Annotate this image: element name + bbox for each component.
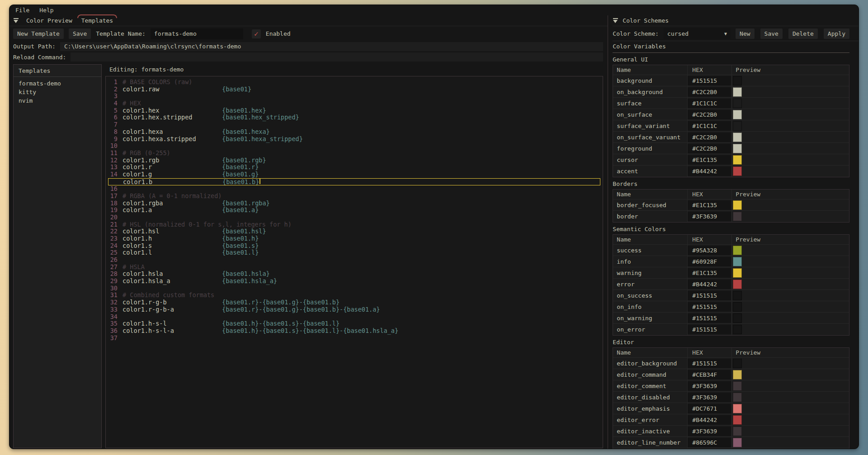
apply-scheme-button[interactable]: Apply (824, 28, 849, 39)
code-line[interactable]: 18color1.rgba{base01.rgba} (106, 200, 603, 207)
hex-input[interactable]: #1C1C1C (688, 121, 731, 131)
code-line[interactable]: 21# HSL (normalized 0-1 for s,l, integer… (106, 221, 603, 228)
code-line[interactable]: 7 (106, 121, 603, 128)
code-line[interactable]: 10 (106, 142, 603, 150)
code-line[interactable]: 35color1.h-s-l{base01.h}-{base01.s}-{bas… (106, 320, 603, 327)
tab-color-preview[interactable]: Color Preview (25, 16, 73, 25)
hex-input[interactable]: #151515 (688, 359, 731, 368)
code-line[interactable]: 13color1.r{base01.r} (106, 164, 603, 171)
color-swatch[interactable] (733, 144, 742, 153)
code-line[interactable]: 36color1.h-s-l-a{base01.h}-{base01.s}-{b… (106, 327, 603, 335)
reload-command-input[interactable] (71, 52, 603, 62)
color-swatch[interactable] (733, 415, 742, 425)
code-line[interactable]: 11# RGB (0-255) (106, 150, 603, 157)
color-swatch[interactable] (733, 257, 742, 266)
tab-templates[interactable]: Templates (80, 16, 114, 25)
color-swatch[interactable] (733, 212, 742, 221)
color-swatch[interactable] (733, 404, 742, 413)
code-line[interactable]: 27# HSLA (106, 264, 603, 271)
sidebar-item-kitty[interactable]: kitty (14, 88, 101, 96)
hex-input[interactable]: #95A328 (688, 246, 731, 255)
color-swatch[interactable] (733, 133, 742, 142)
hex-input[interactable]: #DC7671 (688, 404, 731, 413)
hex-input[interactable]: #E1C135 (688, 200, 731, 210)
code-line[interactable]: 26 (106, 256, 603, 264)
hex-input[interactable]: #60928F (688, 257, 731, 266)
template-editor[interactable]: 1# BASE COLORS (raw)2color1.raw{base01}3… (105, 76, 603, 448)
code-line[interactable]: 12color1.rgb{base01.rgb} (106, 157, 603, 164)
color-scheme-select[interactable]: cursed ▼ (664, 28, 731, 39)
color-swatch[interactable] (733, 200, 742, 210)
code-line[interactable]: 30 (106, 285, 603, 292)
code-line[interactable]: 4# HEX (106, 100, 603, 107)
hex-input[interactable]: #E1C135 (688, 268, 731, 278)
code-line[interactable]: 8color1.hexa{base01.hexa} (106, 128, 603, 136)
sidebar-item-nvim[interactable]: nvim (14, 96, 101, 105)
hex-input[interactable]: #151515 (688, 325, 731, 334)
sidebar-item-formats-demo[interactable]: formats-demo (14, 79, 101, 88)
hex-input[interactable]: #C2C2B0 (688, 144, 731, 153)
new-template-button[interactable]: New Template (13, 28, 64, 39)
menu-item-file[interactable]: File (15, 7, 29, 14)
code-line[interactable]: 14color1.g{base01.g} (106, 171, 603, 178)
hex-input[interactable]: #151515 (688, 291, 731, 300)
color-swatch[interactable] (733, 370, 742, 379)
color-swatch[interactable] (733, 438, 742, 447)
color-swatch[interactable] (733, 325, 742, 334)
color-swatch[interactable] (733, 381, 742, 391)
color-swatch[interactable] (733, 166, 742, 176)
hex-input[interactable]: #1C1C1C (688, 99, 731, 108)
code-line[interactable]: 28color1.hsla{base01.hsla} (106, 270, 603, 278)
hex-input[interactable]: #151515 (688, 313, 731, 323)
color-swatch[interactable] (733, 268, 742, 278)
code-line[interactable]: color1.b{base01.b} (108, 178, 600, 186)
hex-input[interactable]: #C2C2B0 (688, 87, 731, 97)
color-swatch[interactable] (733, 121, 742, 131)
code-line[interactable]: 32color1.r-g-b{base01.r}-{base01.g}-{bas… (106, 299, 603, 306)
save-scheme-button[interactable]: Save (760, 28, 783, 39)
hex-input[interactable]: #3F3639 (688, 393, 731, 402)
hex-input[interactable]: #86596C (688, 438, 731, 447)
collapse-panel-icon[interactable] (613, 18, 618, 23)
template-name-input[interactable]: formats-demo (151, 28, 243, 39)
hex-input[interactable]: #151515 (688, 302, 731, 312)
hex-input[interactable]: #C2C2B0 (688, 110, 731, 119)
color-swatch[interactable] (733, 280, 742, 289)
hex-input[interactable]: #B44242 (688, 415, 731, 425)
color-swatch[interactable] (733, 393, 742, 402)
hex-input[interactable]: #151515 (688, 76, 731, 85)
hex-input[interactable]: #B44242 (688, 280, 731, 289)
code-line[interactable]: 20 (106, 214, 603, 221)
code-line[interactable]: 6color1.hex.stripped{base01.hex_stripped… (106, 114, 603, 121)
hex-input[interactable]: #CEB34F (688, 370, 731, 379)
output-path-input[interactable]: C:\Users\user\AppData\Roaming\clrsync\fo… (60, 42, 603, 51)
code-line[interactable]: 3 (106, 93, 603, 100)
code-line[interactable]: 25color1.l{base01.l} (106, 249, 603, 256)
code-line[interactable]: 19color1.a{base01.a} (106, 207, 603, 214)
code-line[interactable]: 9color1.hexa.stripped{base01.hexa_stripp… (106, 136, 603, 143)
delete-scheme-button[interactable]: Delete (788, 28, 818, 39)
code-line[interactable]: 5color1.hex{base01.hex} (106, 107, 603, 114)
code-line[interactable]: 22color1.hsl{base01.hsl} (106, 228, 603, 235)
code-line[interactable]: 34 (106, 313, 603, 321)
code-line[interactable]: 17# RGBA (A = 0-1 normalized) (106, 193, 603, 200)
code-line[interactable]: 23color1.h{base01.h} (106, 235, 603, 242)
color-swatch[interactable] (733, 313, 742, 323)
color-swatch[interactable] (733, 427, 742, 436)
new-scheme-button[interactable]: New (736, 28, 754, 39)
code-line[interactable]: 33color1.r-g-b-a{base01.r}-{base01.g}-{b… (106, 306, 603, 313)
code-line[interactable]: 2color1.raw{base01} (106, 86, 603, 93)
menu-item-help[interactable]: Help (39, 7, 53, 14)
color-swatch[interactable] (733, 99, 742, 108)
code-line[interactable]: 31# Combined custom formats (106, 292, 603, 299)
code-line[interactable]: 29color1.hsla_a{base01.hsla_a} (106, 278, 603, 285)
hex-input[interactable]: #3F3639 (688, 427, 731, 436)
color-swatch[interactable] (733, 302, 742, 312)
color-swatch[interactable] (733, 246, 742, 255)
collapse-pane-icon[interactable] (13, 18, 19, 23)
hex-input[interactable]: #E1C135 (688, 155, 731, 165)
color-swatch[interactable] (733, 155, 742, 165)
code-line[interactable]: 24color1.s{base01.s} (106, 242, 603, 250)
color-swatch[interactable] (733, 291, 742, 300)
color-swatch[interactable] (733, 76, 742, 85)
